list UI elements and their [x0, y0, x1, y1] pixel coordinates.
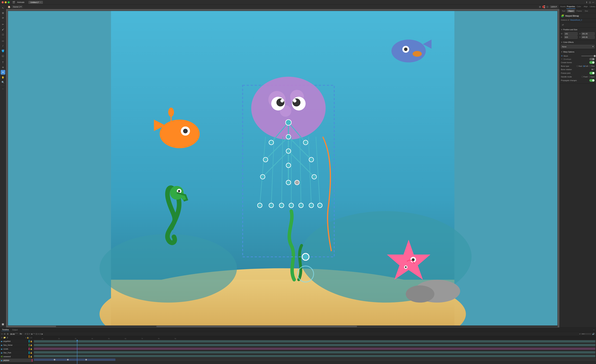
layer-corals[interactable]: 🐟 corals 🔒: [0, 347, 33, 351]
soft-radio[interactable]: [583, 65, 585, 67]
tab-close-btn[interactable]: ×: [40, 1, 41, 3]
add-layer-btn[interactable]: ⊞: [4, 333, 6, 335]
share-button[interactable]: ⬆: [586, 1, 588, 4]
settings-button[interactable]: ↩: [592, 1, 594, 4]
all-outline-icon[interactable]: ◻: [29, 337, 30, 339]
brush-tool[interactable]: 🖌: [1, 27, 5, 32]
keyframe-1[interactable]: [53, 359, 55, 361]
layer-lock-angelfish[interactable]: 🔒: [30, 340, 32, 342]
open-radio[interactable]: [589, 76, 590, 78]
flexi-radio[interactable]: [589, 65, 591, 67]
audio-btn[interactable]: 🔊: [592, 333, 595, 335]
h-scrollbar-thumb[interactable]: [156, 326, 357, 327]
all-visibility-icon[interactable]: ●: [25, 337, 26, 339]
mesh-slider-thumb[interactable]: [594, 55, 596, 57]
mesh-eye-icon[interactable]: 👁: [561, 55, 563, 57]
layer-btn2[interactable]: ≡: [38, 332, 39, 335]
layer-angelfish[interactable]: 🐟 angelfish 🔒: [0, 339, 33, 343]
loop-btn[interactable]: ↺: [25, 332, 26, 335]
delete-layer-btn[interactable]: 🗑: [7, 333, 9, 335]
hard-radio[interactable]: [577, 65, 578, 67]
scene-grid-btn[interactable]: ⊞: [539, 6, 541, 8]
playhead[interactable]: [77, 340, 77, 364]
pencil-tool[interactable]: ✏: [1, 22, 5, 27]
subtab-frame[interactable]: Frame: [575, 9, 583, 13]
rectangle-tool[interactable]: ▭: [1, 38, 5, 43]
layer-seahorse[interactable]: 🐟 Sea_Horse 🔒: [0, 343, 33, 347]
all-lock-icon[interactable]: 🔒: [27, 337, 29, 339]
all-overlay-icon[interactable]: ⊡: [31, 337, 32, 339]
scene-magnet-btn[interactable]: 🧲: [542, 6, 545, 8]
keyframe-3[interactable]: [85, 359, 87, 361]
clip-btn[interactable]: ✂: [29, 332, 30, 335]
x-input[interactable]: [581, 32, 595, 35]
handle-mode-fixed[interactable]: Fixed: [581, 76, 588, 78]
eraser-tool[interactable]: ◻: [1, 32, 5, 37]
y-input[interactable]: [581, 36, 595, 39]
mesh-slider[interactable]: [581, 56, 595, 56]
hand-tool[interactable]: ✋: [1, 75, 5, 80]
fullscreen-button[interactable]: ⊡: [589, 1, 591, 4]
zoom-control[interactable]: 100% ▾: [550, 5, 558, 8]
onion-btn[interactable]: ⊙: [39, 332, 41, 335]
select-tool[interactable]: ↖: [1, 6, 5, 10]
layers-btn[interactable]: ≡: [1, 333, 2, 335]
easing-btn[interactable]: 〜: [33, 332, 35, 335]
fixed-radio[interactable]: [581, 76, 583, 78]
layer-lock-starfish[interactable]: 🔒: [30, 352, 32, 354]
delete-selected-btn[interactable]: 🗑: [7, 336, 8, 339]
maximize-button[interactable]: [8, 1, 10, 3]
swap-btn[interactable]: ⇄: [561, 23, 565, 27]
skinning-btn[interactable]: ⊡: [36, 332, 37, 335]
layer-lock-corals[interactable]: 🔒: [30, 348, 32, 350]
h-scrollbar[interactable]: [56, 326, 558, 327]
create-bones-toggle[interactable]: [589, 61, 595, 64]
scene-selector[interactable]: Scene 1 ▾: [12, 5, 23, 8]
layer-starfish[interactable]: 🐟 Star_Fish 🔒: [0, 351, 33, 355]
text-tool[interactable]: T: [1, 60, 5, 65]
layer-jellyfish[interactable]: 🐟 jellyfish: [0, 358, 33, 362]
tab-align[interactable]: Align: [582, 5, 589, 9]
subtab-tool[interactable]: Tool: [561, 9, 566, 13]
layer-lock-seahorse[interactable]: 🔒: [30, 344, 32, 346]
color-effects-header[interactable]: ▼ Color Effects: [559, 40, 596, 44]
color-effects-dropdown[interactable]: None ▾: [561, 45, 595, 48]
tab-library[interactable]: Library: [589, 5, 596, 9]
timeline-zoom-slider[interactable]: [581, 334, 591, 334]
w-input[interactable]: [564, 32, 578, 35]
bone-type-flexi[interactable]: Flexi: [589, 65, 595, 67]
transform-tool[interactable]: ⊞: [1, 11, 5, 15]
new-layer-btn[interactable]: ⊞: [1, 336, 3, 339]
more-tools[interactable]: ···: [1, 86, 5, 91]
document-tab[interactable]: Untitled-1* ×: [29, 1, 43, 4]
ink-tool[interactable]: ≋: [1, 65, 5, 70]
subtab-doc[interactable]: Doc: [583, 9, 589, 13]
close-button[interactable]: [2, 1, 4, 3]
bone-tool[interactable]: ✦: [1, 70, 5, 75]
output-tab[interactable]: Output: [11, 328, 18, 331]
tab-assets[interactable]: Assets: [559, 5, 566, 9]
new-folder-btn[interactable]: 📁: [3, 336, 6, 339]
minimize-button[interactable]: [5, 1, 7, 3]
envelope-eye-icon[interactable]: 👁: [561, 58, 563, 60]
color-swatch[interactable]: ◼: [1, 322, 5, 327]
paint-bucket-tool[interactable]: 🪣: [1, 49, 5, 53]
layer-lock-seaweed[interactable]: 🔒: [30, 356, 32, 358]
keyframe-btn[interactable]: ◆: [31, 332, 33, 335]
motion-tool[interactable]: ⟳: [1, 16, 5, 20]
bone-type-soft[interactable]: Soft: [583, 65, 588, 67]
play-btn[interactable]: ▶: [42, 332, 43, 335]
snap-btn[interactable]: ⊡: [27, 332, 29, 335]
timeline-tracks[interactable]: 1s 2s 3s 4s 5s 6s 7s 8s 9s: [33, 336, 596, 364]
h-input[interactable]: [564, 36, 578, 39]
undo-btn[interactable]: ↩: [579, 333, 581, 335]
warp-options-header[interactable]: ▼ Warp Options: [559, 50, 596, 54]
tab-color[interactable]: Color: [575, 5, 582, 9]
scene-crop-btn[interactable]: ⊡: [546, 6, 548, 8]
zoom-tool[interactable]: 🔍: [1, 80, 5, 85]
timeline-minimize-btn[interactable]: ─: [593, 328, 595, 331]
handle-mode-open[interactable]: Open: [589, 76, 595, 78]
envelope-toggle[interactable]: [589, 58, 595, 60]
tab-properties[interactable]: Properties: [566, 5, 575, 9]
keyframe-2[interactable]: [67, 359, 69, 361]
